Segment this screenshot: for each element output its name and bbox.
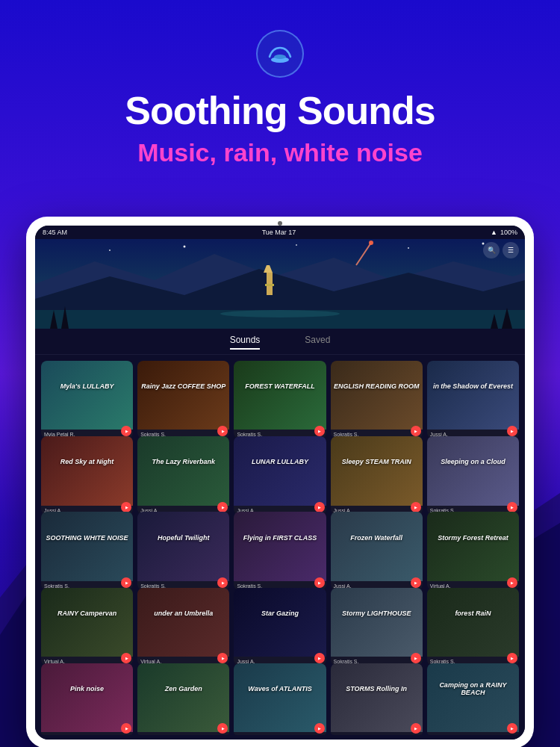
svg-point-12 (184, 246, 186, 248)
sound-title-overlay: Flying in FIRST CLASS (234, 512, 326, 563)
sound-title: in the Shadow of Everest (433, 382, 513, 391)
play-button[interactable] (411, 502, 421, 512)
main-title: Soothing Sounds (0, 90, 560, 132)
sounds-grid: Myla's LULLABY Myla Petal R. Rainy Jazz … (35, 355, 525, 740)
sound-title: FOREST WATERFALL (245, 382, 314, 391)
sound-thumbnail: LUNAR LULLABY (234, 436, 326, 505)
sound-title-overlay: in the Shadow of Everest (427, 361, 519, 412)
sound-title-overlay: Myla's LULLABY (41, 361, 133, 412)
nav-tabs: Sounds Saved (35, 329, 525, 355)
sound-title-overlay: Star Gazing (234, 588, 326, 639)
tablet-frame: 8:45 AM Tue Mar 17 ▲ 100% (26, 217, 534, 747)
battery-icon: 100% (500, 229, 517, 236)
sound-thumbnail: The Lazy Riverbank (137, 436, 229, 505)
sound-title: Camping on a RAINY BEACH (430, 681, 516, 698)
sound-title-overlay: Hopeful Twilight (137, 512, 229, 563)
list-item[interactable]: Waves of ATLANTIS (234, 663, 326, 740)
sound-title: Pink noise (70, 685, 104, 693)
sound-title-overlay: forest RaiN (427, 588, 519, 639)
play-button[interactable] (411, 653, 421, 663)
sound-title-overlay: LUNAR LULLABY (234, 436, 326, 488)
app-logo-icon (267, 40, 293, 67)
sound-title: under an Umbrella (154, 610, 213, 618)
sound-thumbnail: ENGLISH READING ROOM (331, 361, 423, 430)
sound-title-overlay: Pink noise (41, 663, 133, 715)
wifi-icon: ▲ (491, 229, 497, 236)
filter-button[interactable]: ☰ (503, 242, 519, 258)
sound-thumbnail: Rainy Jazz COFFEE SHOP (137, 361, 229, 430)
sound-title: Red Sky at Night (60, 458, 114, 466)
sound-thumbnail: under an Umbrella (137, 588, 229, 657)
sound-title-overlay: Red Sky at Night (41, 436, 133, 488)
sound-title: Stormy LIGHTHOUSE (342, 610, 411, 618)
tablet-screen: 8:45 AM Tue Mar 17 ▲ 100% (35, 226, 525, 740)
play-button[interactable] (217, 502, 228, 512)
sound-title: Zen Garden (165, 685, 202, 693)
sound-thumbnail: Star Gazing (234, 588, 326, 657)
svg-point-14 (408, 247, 409, 249)
sound-title: RAINY Campervan (57, 610, 116, 618)
sound-title: Hopeful Twilight (158, 534, 210, 542)
sound-thumbnail: Pink noise (41, 663, 133, 732)
status-time: 8:45 AM (43, 229, 67, 236)
play-button[interactable] (314, 577, 325, 588)
sound-thumbnail: Sleeping on a Cloud (427, 436, 519, 505)
sound-title: SOOTHING WHITE NOISE (46, 534, 128, 542)
play-button[interactable] (314, 723, 325, 734)
sub-title: Music, rain, white noise (0, 138, 560, 167)
list-item[interactable]: Pink noise (41, 663, 133, 740)
sound-title-overlay: ENGLISH READING ROOM (331, 361, 423, 412)
sound-thumbnail: Sleepy STEAM TRAIN (331, 436, 423, 505)
hero-banner: 🔍 ☰ (35, 239, 525, 329)
list-item[interactable]: Camping on a RAINY BEACH (427, 663, 519, 740)
sound-title-overlay: SOOTHING WHITE NOISE (41, 512, 133, 563)
sound-thumbnail: Stormy Forest Retreat (427, 512, 519, 580)
sound-thumbnail: SOOTHING WHITE NOISE (41, 512, 133, 580)
sound-thumbnail: Waves of ATLANTIS (234, 663, 326, 732)
sound-title-overlay: under an Umbrella (137, 588, 229, 639)
sound-title: Stormy Forest Retreat (438, 534, 508, 542)
sound-title: Flying in FIRST CLASS (243, 534, 317, 542)
play-button[interactable] (217, 723, 228, 734)
sound-title-overlay: Zen Garden (137, 663, 229, 715)
sound-title-overlay: Waves of ATLANTIS (234, 663, 326, 715)
sound-thumbnail: Hopeful Twilight (137, 512, 229, 580)
play-button[interactable] (121, 577, 131, 588)
sound-title: The Lazy Riverbank (152, 458, 216, 466)
play-button[interactable] (507, 577, 517, 588)
sound-title: forest RaiN (455, 610, 491, 618)
play-button[interactable] (507, 653, 517, 663)
sound-thumbnail: Stormy LIGHTHOUSE (331, 588, 423, 657)
sound-title-overlay: Frozen Waterfall (331, 512, 423, 563)
play-button[interactable] (121, 502, 131, 512)
app-icon-container (256, 30, 304, 78)
play-button[interactable] (314, 502, 325, 512)
play-button[interactable] (314, 426, 325, 436)
sound-title: Rainy Jazz COFFEE SHOP (141, 382, 225, 391)
sound-thumbnail: Frozen Waterfall (331, 512, 423, 580)
play-button[interactable] (314, 653, 325, 663)
search-button[interactable]: 🔍 (483, 242, 500, 258)
play-button[interactable] (507, 723, 517, 734)
sound-thumbnail: Camping on a RAINY BEACH (427, 663, 519, 732)
sound-thumbnail: Red Sky at Night (41, 436, 133, 505)
sound-thumbnail: FOREST WATERFALL (234, 361, 326, 430)
sound-title-overlay: STORMS Rolling In (331, 663, 423, 715)
sound-title-overlay: Sleeping on a Cloud (427, 436, 519, 488)
list-item[interactable]: STORMS Rolling In (331, 663, 423, 740)
list-item[interactable]: Zen Garden (137, 663, 229, 740)
app-header: Soothing Sounds Music, rain, white noise (0, 0, 560, 167)
sound-title: Sleepy STEAM TRAIN (342, 458, 411, 466)
svg-point-11 (109, 249, 111, 251)
sound-title-overlay: Stormy LIGHTHOUSE (331, 588, 423, 639)
play-button[interactable] (411, 577, 421, 588)
tab-saved[interactable]: Saved (305, 335, 330, 350)
tab-sounds[interactable]: Sounds (230, 335, 261, 350)
svg-point-13 (296, 244, 297, 246)
sound-title-overlay: RAINY Campervan (41, 588, 133, 639)
sound-thumbnail: Myla's LULLABY (41, 361, 133, 430)
play-button[interactable] (121, 723, 131, 734)
hero-illustration (35, 239, 525, 329)
play-button[interactable] (507, 502, 517, 512)
play-button[interactable] (411, 723, 421, 734)
